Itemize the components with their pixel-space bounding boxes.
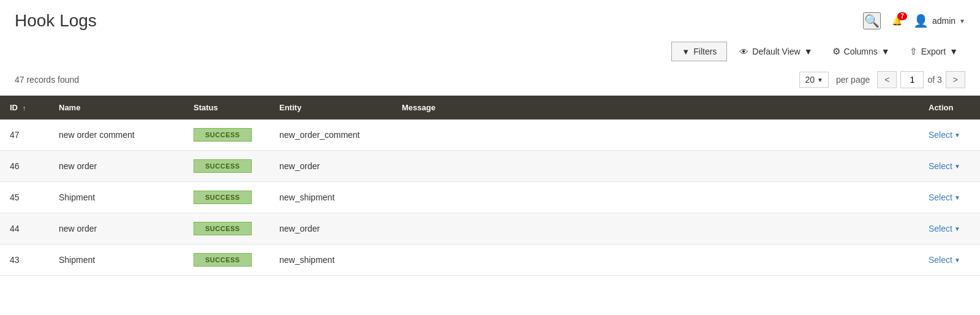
action-select-button[interactable]: Select ▼	[929, 255, 970, 265]
cell-message	[392, 213, 919, 245]
cell-name: new order	[49, 213, 184, 245]
gear-icon: ⚙	[832, 46, 840, 57]
page-number-input[interactable]	[900, 71, 924, 88]
columns-button[interactable]: ⚙ Columns ▼	[825, 42, 897, 61]
cell-id: 43	[0, 245, 49, 276]
cell-name: Shipment	[49, 245, 184, 276]
cell-status: SUCCESS	[184, 213, 270, 245]
select-label: Select	[929, 255, 952, 265]
col-header-id[interactable]: ID ↑	[0, 96, 49, 120]
of-label: of 3	[927, 75, 941, 85]
cell-name: Shipment	[49, 182, 184, 213]
status-badge: SUCCESS	[194, 191, 252, 204]
col-header-entity: Entity	[270, 96, 392, 120]
export-icon: ⇧	[910, 46, 918, 57]
toolbar: ▼ Filters 👁 Default View ▼ ⚙ Columns ▼ ⇧…	[0, 37, 980, 66]
chevron-down-icon: ▼	[959, 18, 965, 25]
user-icon: 👤	[913, 13, 929, 28]
select-label: Select	[929, 224, 952, 233]
action-select-button[interactable]: Select ▼	[929, 130, 970, 140]
top-right-actions: 🔍 🔔 7 👤 admin ▼	[863, 12, 965, 29]
table-row: 43 Shipment SUCCESS new_shipment Select …	[0, 245, 980, 276]
status-badge: SUCCESS	[194, 253, 252, 267]
cell-id: 47	[0, 120, 49, 151]
next-page-button[interactable]: >	[946, 71, 965, 88]
table-row: 44 new order SUCCESS new_order Select ▼	[0, 213, 980, 245]
col-header-action: Action	[919, 96, 980, 120]
export-button[interactable]: ⇧ Export ▼	[902, 42, 965, 61]
cell-message	[392, 245, 919, 276]
table-row: 46 new order SUCCESS new_order Select ▼	[0, 151, 980, 182]
default-view-button[interactable]: 👁 Default View ▼	[732, 42, 820, 61]
col-header-name: Name	[49, 96, 184, 120]
cell-name: new order comment	[49, 120, 184, 151]
cell-action: Select ▼	[919, 182, 980, 213]
chevron-down-icon: ▼	[954, 257, 960, 264]
top-bar: Hook Logs 🔍 🔔 7 👤 admin ▼	[0, 0, 980, 37]
cell-entity: new_order_comment	[270, 120, 392, 151]
export-label: Export	[921, 47, 946, 56]
chevron-down-icon: ▼	[954, 132, 960, 139]
chevron-down-icon: ▼	[817, 77, 823, 83]
chevron-down-icon: ▼	[949, 47, 958, 56]
notification-badge: 7	[897, 12, 907, 20]
status-badge: SUCCESS	[194, 128, 252, 142]
prev-page-button[interactable]: <	[877, 71, 897, 88]
cell-message	[392, 120, 919, 151]
admin-label: admin	[932, 16, 956, 26]
col-header-message: Message	[392, 96, 919, 120]
records-row: 47 records found 20 ▼ per page < of 3 >	[0, 66, 980, 96]
chevron-down-icon: ▼	[954, 194, 960, 201]
cell-action: Select ▼	[919, 151, 980, 182]
select-label: Select	[929, 192, 952, 202]
cell-message	[392, 182, 919, 213]
cell-id: 44	[0, 213, 49, 245]
action-select-button[interactable]: Select ▼	[929, 161, 970, 171]
notification-button[interactable]: 🔔 7	[892, 16, 902, 26]
data-table: ID ↑ Name Status Entity Message Action 4…	[0, 96, 980, 276]
status-badge: SUCCESS	[194, 222, 252, 235]
filter-button[interactable]: ▼ Filters	[671, 42, 727, 61]
cell-status: SUCCESS	[184, 151, 270, 182]
status-badge: SUCCESS	[194, 159, 252, 173]
chevron-down-icon: ▼	[881, 47, 890, 56]
per-page-select[interactable]: 20 ▼	[799, 72, 828, 88]
table-header-row: ID ↑ Name Status Entity Message Action	[0, 96, 980, 120]
cell-entity: new_order	[270, 151, 392, 182]
cell-status: SUCCESS	[184, 245, 270, 276]
cell-action: Select ▼	[919, 245, 980, 276]
chevron-down-icon: ▼	[954, 163, 960, 170]
search-icon: 🔍	[864, 14, 880, 28]
table-row: 47 new order comment SUCCESS new_order_c…	[0, 120, 980, 151]
page-title: Hook Logs	[15, 11, 97, 31]
per-page-label: per page	[836, 75, 870, 85]
cell-message	[392, 151, 919, 182]
per-page-value: 20	[805, 75, 815, 85]
view-label: Default View	[752, 47, 800, 56]
cell-entity: new_shipment	[270, 245, 392, 276]
cell-status: SUCCESS	[184, 182, 270, 213]
pagination: 20 ▼ per page < of 3 >	[799, 71, 965, 88]
filter-label: Filters	[693, 47, 717, 56]
admin-menu[interactable]: 👤 admin ▼	[913, 13, 965, 28]
chevron-down-icon: ▼	[804, 47, 813, 56]
cell-status: SUCCESS	[184, 120, 270, 151]
select-label: Select	[929, 161, 952, 171]
sort-icon: ↑	[23, 104, 26, 112]
chevron-down-icon: ▼	[954, 226, 960, 232]
table-row: 45 Shipment SUCCESS new_shipment Select …	[0, 182, 980, 213]
cell-entity: new_order	[270, 213, 392, 245]
cell-name: new order	[49, 151, 184, 182]
cell-id: 46	[0, 151, 49, 182]
select-label: Select	[929, 130, 952, 140]
cell-entity: new_shipment	[270, 182, 392, 213]
cell-action: Select ▼	[919, 120, 980, 151]
action-select-button[interactable]: Select ▼	[929, 224, 970, 233]
cell-action: Select ▼	[919, 213, 980, 245]
eye-icon: 👁	[739, 47, 748, 57]
filter-icon: ▼	[682, 47, 690, 56]
action-select-button[interactable]: Select ▼	[929, 192, 970, 202]
cell-id: 45	[0, 182, 49, 213]
search-button[interactable]: 🔍	[863, 12, 881, 29]
col-header-status: Status	[184, 96, 270, 120]
